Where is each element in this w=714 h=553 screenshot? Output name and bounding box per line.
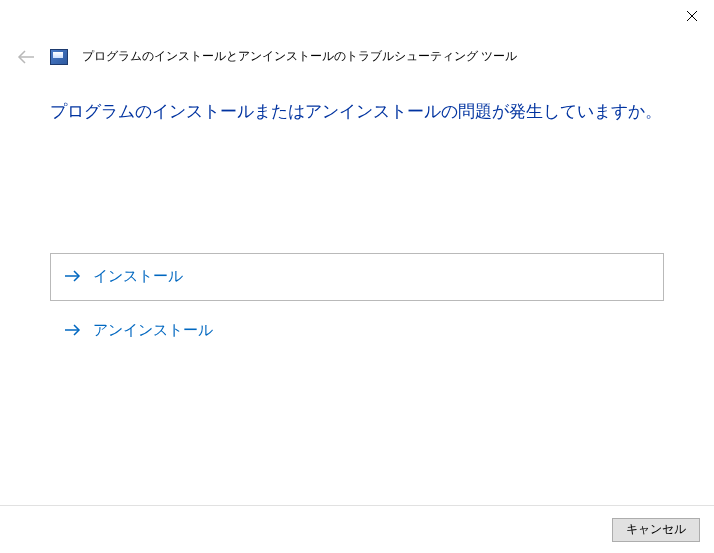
option-label: インストール bbox=[93, 267, 183, 286]
arrow-right-icon bbox=[65, 268, 81, 285]
close-button[interactable] bbox=[670, 0, 714, 32]
cancel-button[interactable]: キャンセル bbox=[612, 518, 700, 542]
troubleshooter-icon bbox=[50, 49, 68, 65]
back-arrow-icon bbox=[17, 50, 35, 64]
header-row: プログラムのインストールとアンインストールのトラブルシューティング ツール bbox=[0, 40, 714, 65]
option-uninstall[interactable]: アンインストール bbox=[50, 307, 664, 355]
back-button bbox=[16, 50, 36, 64]
arrow-right-icon bbox=[65, 322, 81, 339]
option-list: インストール アンインストール bbox=[50, 253, 664, 355]
option-label: アンインストール bbox=[93, 321, 213, 340]
window-title: プログラムのインストールとアンインストールのトラブルシューティング ツール bbox=[82, 48, 517, 65]
close-icon bbox=[686, 10, 698, 22]
content-area: プログラムのインストールまたはアンインストールの問題が発生していますか。 インス… bbox=[0, 65, 714, 355]
option-install[interactable]: インストール bbox=[50, 253, 664, 301]
footer: キャンセル bbox=[0, 505, 714, 553]
titlebar bbox=[0, 0, 714, 40]
page-heading: プログラムのインストールまたはアンインストールの問題が発生していますか。 bbox=[50, 99, 664, 125]
